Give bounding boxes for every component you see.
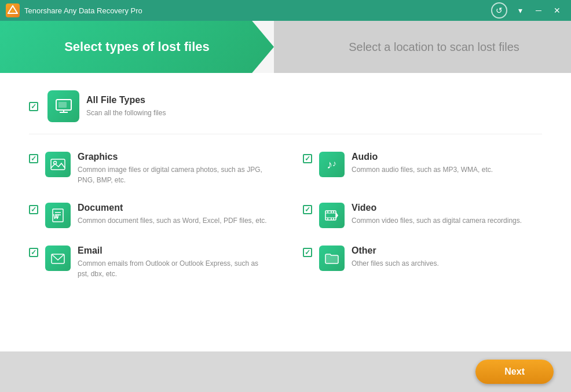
list-item: ✓ ♪ ♪ Audio Common audio files, such as … <box>303 152 542 185</box>
email-icon <box>45 246 71 271</box>
document-icon: W <box>45 203 71 228</box>
email-desc: Common emails from Outlook or Outlook Ex… <box>78 258 268 279</box>
audio-name: Audio <box>352 152 542 162</box>
graphics-icon <box>45 152 71 177</box>
footer: Next <box>0 351 571 392</box>
document-info: Document Common document files, such as … <box>78 203 268 226</box>
all-files-icon <box>47 90 79 122</box>
history-icon[interactable]: ↺ <box>491 2 507 19</box>
svg-text:W: W <box>53 214 59 220</box>
graphics-checkbox[interactable]: ✓ <box>29 154 38 163</box>
svg-point-1 <box>12 10 14 12</box>
email-info: Email Common emails from Outlook or Outl… <box>78 246 268 279</box>
audio-checkbox[interactable]: ✓ <box>303 154 312 163</box>
video-info: Video Common video files, such as digita… <box>352 203 542 226</box>
minimize-btn[interactable]: ─ <box>530 3 547 17</box>
all-files-checkbox[interactable]: ✓ <box>29 102 38 111</box>
next-button[interactable]: Next <box>475 360 554 384</box>
step1-tab[interactable]: Select types of lost files <box>0 21 274 73</box>
step-header: Select types of lost files Select a loca… <box>0 21 571 73</box>
title-bar: Tenorshare Any Data Recovery Pro ↺ ▾ ─ ✕ <box>0 0 571 21</box>
all-files-info: All File Types Scan all the following fi… <box>86 95 166 118</box>
svg-marker-0 <box>8 6 17 13</box>
window-controls: ↺ ▾ ─ ✕ <box>491 2 565 19</box>
graphics-name: Graphics <box>78 152 268 162</box>
video-name: Video <box>352 203 542 213</box>
email-checkbox[interactable]: ✓ <box>29 248 38 257</box>
app-logo <box>6 3 20 17</box>
list-item: ✓ Graphics Common image files or digital… <box>29 152 268 185</box>
svg-rect-15 <box>325 211 336 220</box>
list-item: ✓ Video <box>303 203 542 228</box>
email-name: Email <box>78 246 268 256</box>
all-files-name: All File Types <box>86 95 166 105</box>
dropdown-btn[interactable]: ▾ <box>512 3 528 17</box>
video-checkbox[interactable]: ✓ <box>303 205 312 214</box>
all-files-desc: Scan all the following files <box>86 108 166 118</box>
other-checkbox[interactable]: ✓ <box>303 248 312 257</box>
step2-label: Select a location to scan lost files <box>349 41 519 54</box>
app-title: Tenorshare Any Data Recovery Pro <box>24 6 491 15</box>
all-files-row: ✓ All File Types Scan all the following … <box>29 90 542 134</box>
close-btn[interactable]: ✕ <box>549 3 565 17</box>
other-desc: Other files such as archives. <box>352 258 542 269</box>
file-types-grid: ✓ Graphics Common image files or digital… <box>29 152 542 279</box>
audio-desc: Common audio files, such as MP3, WMA, et… <box>352 164 542 175</box>
list-item: ✓ W Document Common document files, such… <box>29 203 268 228</box>
all-files-checkmark: ✓ <box>31 102 36 111</box>
video-icon <box>319 203 345 228</box>
other-name: Other <box>352 246 542 256</box>
list-item: ✓ Other Other files such as archives. <box>303 246 542 279</box>
audio-icon: ♪ ♪ <box>319 152 345 177</box>
document-checkbox[interactable]: ✓ <box>29 205 38 214</box>
other-icon <box>319 246 345 271</box>
other-info: Other Other files such as archives. <box>352 246 542 269</box>
svg-text:♪: ♪ <box>327 158 332 171</box>
step1-label: Select types of lost files <box>64 39 210 54</box>
svg-marker-24 <box>336 212 338 219</box>
video-desc: Common video files, such as digital came… <box>352 215 542 226</box>
main-content: ✓ All File Types Scan all the following … <box>0 73 571 351</box>
svg-text:♪: ♪ <box>332 159 336 168</box>
svg-rect-5 <box>58 102 67 108</box>
document-name: Document <box>78 203 268 213</box>
list-item: ✓ Email Common emails from Outlook or Ou… <box>29 246 268 279</box>
step2-tab[interactable]: Select a location to scan lost files <box>274 21 571 73</box>
graphics-info: Graphics Common image files or digital c… <box>78 152 268 185</box>
audio-info: Audio Common audio files, such as MP3, W… <box>352 152 542 175</box>
graphics-desc: Common image files or digital camera pho… <box>78 164 268 185</box>
document-desc: Common document files, such as Word, Exc… <box>78 215 268 226</box>
